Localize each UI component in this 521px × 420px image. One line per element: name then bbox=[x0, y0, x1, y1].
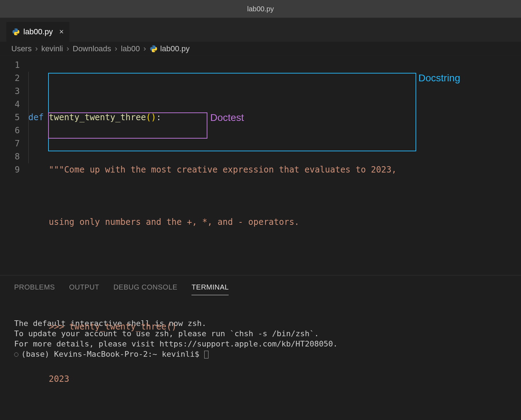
token-keyword: def bbox=[28, 112, 44, 122]
line-number: 7 bbox=[0, 137, 20, 150]
token-function: twenty_twenty_three bbox=[49, 112, 146, 122]
python-icon bbox=[150, 45, 158, 53]
line-number: 9 bbox=[0, 163, 20, 176]
docstring-annotation-label: Docstring bbox=[418, 71, 460, 84]
line-number: 4 bbox=[0, 98, 20, 111]
line-number: 3 bbox=[0, 85, 20, 98]
line-number: 8 bbox=[0, 150, 20, 163]
breadcrumb-segment[interactable]: Users bbox=[11, 44, 32, 53]
code-line: using only numbers and the +, *, and - o… bbox=[28, 216, 521, 229]
line-number: 5 bbox=[0, 111, 20, 124]
code-line: def twenty_twenty_three(): bbox=[28, 111, 521, 124]
breadcrumb-file[interactable]: lab00.py bbox=[150, 44, 190, 53]
code-line: >>> twenty_twenty_three() bbox=[28, 320, 521, 333]
editor-tab-bar: lab00.py × bbox=[0, 18, 521, 42]
breadcrumb-filename: lab00.py bbox=[160, 44, 190, 53]
chevron-right-icon: › bbox=[35, 44, 38, 53]
window-titlebar: lab00.py bbox=[0, 0, 521, 18]
breadcrumb: Users › kevinli › Downloads › lab00 › la… bbox=[0, 42, 521, 56]
breadcrumb-segment[interactable]: Downloads bbox=[73, 44, 111, 53]
tab-filename: lab00.py bbox=[23, 27, 53, 36]
token-string: using only numbers and the +, *, and - o… bbox=[49, 217, 299, 227]
code-line: 2023 bbox=[28, 373, 521, 386]
python-icon bbox=[12, 28, 20, 36]
code-area[interactable]: def twenty_twenty_three(): """Come up wi… bbox=[28, 59, 521, 275]
chevron-right-icon: › bbox=[115, 44, 117, 53]
window-title: lab00.py bbox=[247, 5, 274, 13]
line-number: 6 bbox=[0, 124, 20, 137]
token-punct: ( bbox=[146, 112, 151, 122]
editor-tab-lab00[interactable]: lab00.py × bbox=[6, 22, 69, 42]
code-line: """Come up with the most creative expres… bbox=[28, 163, 521, 176]
token-string: Come up with the most creative expressio… bbox=[64, 165, 396, 175]
token-string: >>> twenty_twenty_three() bbox=[49, 322, 177, 332]
line-number-gutter: 1 2 3 4 5 6 7 8 9 bbox=[0, 59, 28, 275]
chevron-right-icon: › bbox=[143, 44, 146, 53]
token-string: """ bbox=[49, 165, 64, 175]
breadcrumb-segment[interactable]: lab00 bbox=[121, 44, 140, 53]
line-number: 1 bbox=[0, 59, 20, 72]
code-editor[interactable]: 1 2 3 4 5 6 7 8 9 def twenty_twenty_thre… bbox=[0, 56, 521, 275]
token-string: 2023 bbox=[49, 374, 69, 384]
circle-icon bbox=[14, 352, 18, 357]
chevron-right-icon: › bbox=[67, 44, 69, 53]
close-icon[interactable]: × bbox=[59, 27, 64, 36]
line-number: 2 bbox=[0, 72, 20, 85]
code-line bbox=[28, 268, 521, 281]
token-punct: ) bbox=[151, 112, 156, 122]
breadcrumb-segment[interactable]: kevinli bbox=[41, 44, 63, 53]
indent-guide bbox=[28, 72, 29, 163]
token-punct: : bbox=[156, 112, 161, 122]
